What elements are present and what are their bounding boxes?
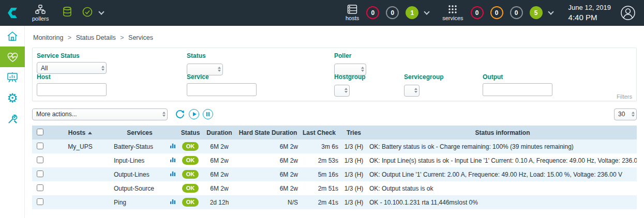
tries-column-header[interactable]: Tries xyxy=(339,126,368,139)
services-warning-badge[interactable]: 0 xyxy=(490,6,503,19)
service-cell[interactable]: Ping xyxy=(113,195,167,209)
select-stepper-icon xyxy=(414,88,417,93)
sidebar-item-administration[interactable] xyxy=(0,108,25,129)
row-select-cell xyxy=(32,167,48,181)
status-badge: OK xyxy=(182,170,199,179)
poller-chevron-down-icon[interactable] xyxy=(99,9,104,14)
output-label: Output xyxy=(483,73,552,81)
host-input[interactable] xyxy=(37,83,107,96)
breadcrumb-monitoring[interactable]: Monitoring xyxy=(33,34,63,41)
services-chevron-down-icon[interactable] xyxy=(548,9,553,14)
filter-service: Service xyxy=(187,73,257,96)
graph-icon[interactable] xyxy=(170,157,176,163)
services-unknown-badge[interactable]: 0 xyxy=(510,6,523,19)
hosts-menu[interactable]: hosts xyxy=(346,5,359,21)
status-information-cell: OK - 10.100.1.231 rta 11,446mslost 0% xyxy=(368,195,637,209)
graph-cell xyxy=(167,153,179,167)
status-information-cell: OK: Battery status is ok - Charge remain… xyxy=(368,139,637,153)
services-icon xyxy=(447,5,458,14)
service-cell[interactable]: Input-Lines xyxy=(113,153,167,167)
user-profile-button[interactable] xyxy=(620,5,636,21)
service-status-select[interactable]: All xyxy=(37,62,107,74)
sidebar-item-monitoring[interactable] xyxy=(0,46,25,67)
services-ok-badge[interactable]: 5 xyxy=(530,6,543,19)
pollers-menu[interactable]: pollers xyxy=(32,5,49,22)
resume-button[interactable] xyxy=(189,109,199,119)
tries-cell: 1/3 (H) xyxy=(339,167,368,181)
database-status-icon[interactable] xyxy=(62,6,72,20)
home-icon xyxy=(6,30,19,42)
status-information-cell: OK: Output status is ok xyxy=(368,181,637,195)
more-actions-value: More actions... xyxy=(36,111,77,118)
clock: June 12, 2019 4:40 PM xyxy=(568,3,611,23)
current-time: 4:40 PM xyxy=(568,12,611,23)
last-check-cell: 2m 41s xyxy=(299,195,339,209)
hard-state-duration-cell: 6M 2w xyxy=(237,167,299,181)
servicegroup-select[interactable] xyxy=(404,85,420,97)
poller-label: Poller xyxy=(334,52,366,59)
services-table: Hosts Services Status Duration Hard Stat… xyxy=(32,126,637,209)
host-cell[interactable] xyxy=(48,181,113,195)
status-label: Status xyxy=(187,52,223,59)
duration-column-header[interactable]: Duration xyxy=(202,126,237,139)
output-input[interactable] xyxy=(483,83,552,96)
host-cell[interactable] xyxy=(48,167,113,181)
select-all-checkbox[interactable] xyxy=(37,129,43,135)
tools-wrench-icon xyxy=(7,113,19,125)
service-input[interactable] xyxy=(187,83,257,96)
status-cell: OK xyxy=(179,195,202,209)
poller-health-icon[interactable] xyxy=(82,6,93,20)
row-checkbox[interactable] xyxy=(37,143,43,149)
sidebar-item-home[interactable] xyxy=(0,26,25,46)
status-column-header[interactable]: Status xyxy=(179,126,202,139)
hosts-chevron-down-icon[interactable] xyxy=(424,9,430,14)
host-cell[interactable] xyxy=(48,195,113,209)
page-size-select[interactable]: 30 xyxy=(614,108,637,120)
graph-icon[interactable] xyxy=(170,143,176,149)
service-cell[interactable]: Battery-Status xyxy=(113,139,167,153)
hosts-column-header[interactable]: Hosts xyxy=(48,126,113,139)
last-check-column-header[interactable]: Last Check xyxy=(299,126,339,139)
hosts-down-badge[interactable]: 0 xyxy=(366,6,379,19)
graph-icon[interactable] xyxy=(170,170,176,177)
host-cell[interactable] xyxy=(48,153,113,167)
user-icon xyxy=(620,5,636,21)
hard-state-duration-cell: 6M 2w xyxy=(237,181,299,195)
services-menu[interactable]: services xyxy=(442,5,463,21)
service-cell[interactable]: Output-Lines xyxy=(113,167,167,181)
more-actions-select[interactable]: More actions... xyxy=(32,108,168,120)
last-check-cell: 3m 6s xyxy=(299,139,339,153)
breadcrumb-status-details[interactable]: Status Details xyxy=(76,34,116,41)
play-icon xyxy=(193,112,197,116)
host-cell[interactable]: My_UPS xyxy=(48,139,113,153)
centreon-logo[interactable] xyxy=(0,0,25,26)
hostgroup-label: Hostgroup xyxy=(334,73,366,81)
monitoring-heartbeat-icon xyxy=(6,51,19,64)
hosts-up-badge[interactable]: 1 xyxy=(406,6,418,19)
breadcrumb-separator: > xyxy=(68,34,71,41)
breadcrumb-services[interactable]: Services xyxy=(128,34,153,41)
graph-icon[interactable] xyxy=(170,198,176,205)
row-checkbox[interactable] xyxy=(37,157,43,163)
row-select-cell xyxy=(32,181,48,195)
services-column-header[interactable]: Services xyxy=(113,126,167,139)
row-select-cell xyxy=(32,139,48,153)
refresh-button[interactable] xyxy=(175,109,185,119)
row-select-cell xyxy=(32,195,48,209)
row-checkbox[interactable] xyxy=(37,184,43,191)
filter-output: Output xyxy=(483,73,552,96)
row-checkbox[interactable] xyxy=(37,198,43,205)
row-checkbox[interactable] xyxy=(37,170,43,177)
hosts-status-badges: 0 0 1 xyxy=(366,6,418,19)
status-information-column-header[interactable]: Status information xyxy=(368,126,637,139)
hostgroup-select[interactable] xyxy=(334,85,350,97)
services-label: services xyxy=(442,15,463,21)
hard-state-duration-column-header[interactable]: Hard State Duration xyxy=(237,126,299,139)
sidebar-item-configuration[interactable]: ⚙ xyxy=(0,88,25,108)
sidebar-item-reporting[interactable] xyxy=(0,67,25,88)
service-cell[interactable]: Output-Source xyxy=(113,181,167,195)
hosts-unreachable-badge[interactable]: 0 xyxy=(386,6,399,19)
status-badge: OK xyxy=(182,184,199,193)
pause-button[interactable] xyxy=(203,109,213,119)
services-critical-badge[interactable]: 0 xyxy=(471,6,484,19)
